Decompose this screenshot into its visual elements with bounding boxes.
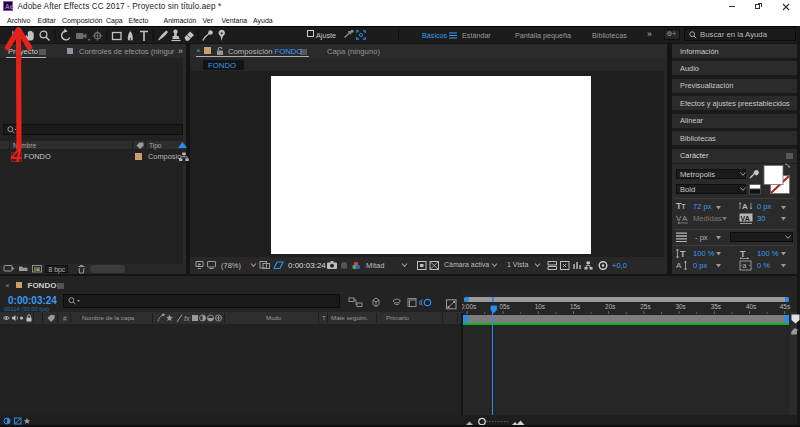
svg-text:T: T: [680, 249, 686, 259]
svg-text:Cámara activa: Cámara activa: [444, 261, 489, 268]
svg-text:a: a: [743, 262, 747, 269]
svg-text:A: A: [682, 214, 688, 223]
svg-text:+0,0: +0,0: [612, 261, 627, 270]
svg-text:(78%): (78%): [221, 261, 242, 270]
svg-text:A: A: [676, 261, 682, 270]
svg-text:fx: fx: [184, 314, 190, 323]
svg-text:Mate seguim.: Mate seguim.: [331, 314, 368, 321]
svg-text:Mitad: Mitad: [366, 261, 384, 270]
svg-text:0:00:03:24: 0:00:03:24: [288, 261, 326, 270]
svg-text:Primario: Primario: [386, 314, 410, 321]
svg-text:Modo: Modo: [266, 314, 282, 321]
svg-text:VA: VA: [741, 214, 750, 221]
svg-text:1 Vista: 1 Vista: [507, 261, 528, 268]
svg-text:#: #: [63, 315, 67, 322]
svg-text:A: A: [742, 202, 748, 211]
svg-text:T: T: [322, 314, 326, 321]
svg-text:Nombre de la capa: Nombre de la capa: [82, 314, 135, 321]
